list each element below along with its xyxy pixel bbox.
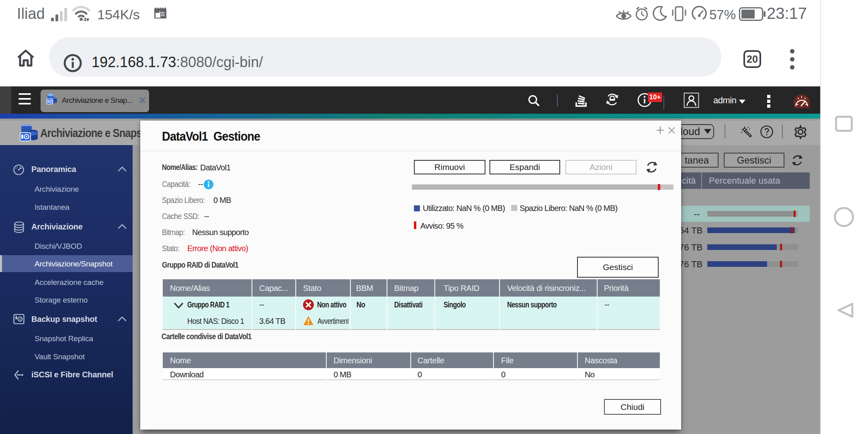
- svg-text:4▾: 4▾: [84, 16, 89, 22]
